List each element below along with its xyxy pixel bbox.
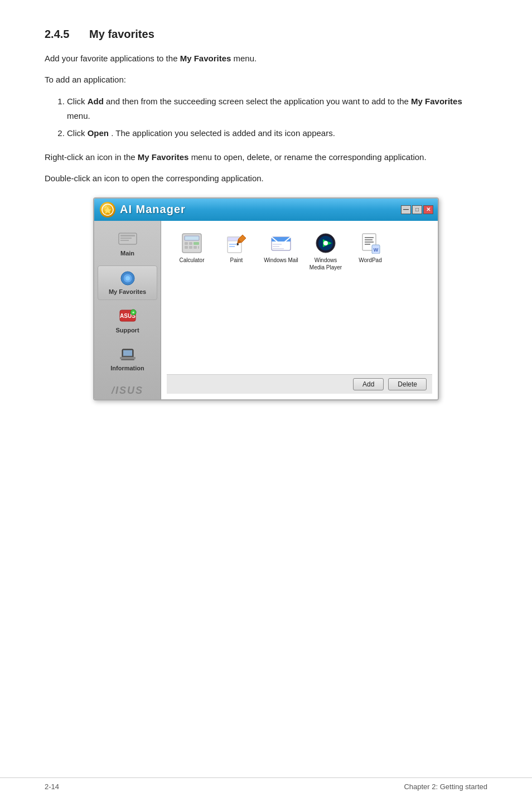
step2-bold: Open [88,128,109,138]
intro-bold: My Favorites [180,54,231,63]
section-number: 2.4.5 [45,28,69,40]
minimize-button[interactable]: — [401,205,411,214]
svg-rect-22 [189,246,192,249]
sidebar-main-label: Main [120,250,134,257]
svg-rect-34 [273,246,279,247]
window-body: Main My Favorites [94,221,438,399]
maximize-button[interactable]: □ [412,205,422,214]
step1-bold2: My Favorites [411,96,462,106]
doubleclick-para: Double-click an icon to open the corresp… [45,172,487,185]
paint-icon [225,232,248,254]
svg-rect-33 [273,244,282,245]
svg-rect-13 [123,350,132,356]
paint-label: Paint [230,257,243,264]
page-content: 2.4.5 My favorites Add your favorite app… [0,0,532,445]
rightclick-bold: My Favorites [138,152,189,162]
svg-rect-3 [120,238,132,239]
svg-rect-24 [198,246,199,249]
svg-rect-14 [120,357,136,359]
svg-rect-28 [229,244,237,245]
svg-point-7 [125,276,130,281]
ai-manager-window: AI Manager — □ ✕ [93,197,439,400]
svg-rect-43 [365,241,374,243]
svg-rect-44 [365,244,370,245]
svg-point-39 [323,241,328,245]
app-icon-windows-mail[interactable]: Windows Mail [262,232,301,271]
svg-rect-20 [194,242,199,245]
app-icons-grid: Calculator [167,226,432,374]
to-add-para: To add an application: [45,73,487,86]
footer-chapter: Chapter 2: Getting started [404,782,487,791]
window-bottom-bar: Add Delete [167,374,432,394]
sidebar-item-myfavorites[interactable]: My Favorites [98,265,157,300]
step-2: Click Open . The application you selecte… [67,126,487,141]
to-add-text: To add an application: [45,75,126,84]
doubleclick-text: Double-click an icon to open the corresp… [45,173,264,183]
rightclick-pre: Right-click an icon in the [45,152,136,162]
wordpad-icon: W [359,232,381,254]
sidebar-item-support[interactable]: ASUS + Support [98,305,157,338]
window-controls: — □ ✕ [401,205,433,214]
svg-rect-17 [185,236,199,240]
windows-media-player-icon [315,232,337,254]
steps-list: Click Add and then from the succeeding s… [67,94,487,141]
windows-mail-label: Windows Mail [264,257,298,264]
app-icon-windows-media-player[interactable]: WindowsMedia Player [306,232,345,271]
sidebar-myfavorites-label: My Favorites [109,288,146,295]
svg-rect-41 [365,237,374,238]
sidebar-information-label: Information [110,365,144,371]
step1-end: menu. [67,111,90,120]
intro-end: menu. [234,54,257,63]
wordpad-label: WordPad [359,257,382,264]
intro-paragraph: Add your favorite applications to the My… [45,52,487,65]
rightclick-end: menu to open, delete, or rename the corr… [191,152,427,162]
footer-page-number: 2-14 [45,782,59,791]
svg-rect-2 [120,235,135,236]
step2-pre: Click [67,128,85,138]
step1-pre: Click [67,96,85,106]
sidebar-item-information[interactable]: Information [98,342,157,376]
step1-mid: and then from the succeeding screen sele… [106,96,409,106]
svg-text:+: + [132,311,134,315]
delete-button[interactable]: Delete [388,378,427,390]
sidebar-information-icon [118,347,138,363]
window-title: AI Manager [120,203,186,216]
sidebar-myfavorites-icon [118,270,138,286]
calculator-label: Calculator [179,257,204,264]
step1-bold1: Add [88,96,104,106]
svg-rect-19 [189,242,192,245]
step2-end: . The application you selected is added … [111,128,335,138]
section-title: My favorites [89,28,154,40]
sidebar-asus-logo: /ISUS [94,379,161,400]
rightclick-para: Right-click an icon in the My Favorites … [45,151,487,164]
app-icon-calculator[interactable]: Calculator [172,232,211,271]
section-heading: 2.4.5 My favorites [45,28,487,41]
sidebar-main-icon [118,232,138,248]
main-content-area: Calculator [161,221,438,399]
intro-text: Add your favorite applications to the [45,54,177,63]
svg-rect-42 [365,239,373,240]
windows-mail-icon [270,232,292,254]
step-1: Click Add and then from the succeeding s… [67,94,487,123]
svg-text:W: W [374,247,379,253]
sidebar-item-main[interactable]: Main [98,228,157,261]
page-footer: 2-14 Chapter 2: Getting started [0,777,532,791]
add-button[interactable]: Add [353,378,384,390]
svg-rect-35 [273,248,284,249]
app-icon-paint[interactable]: Paint [217,232,256,271]
window-titlebar: AI Manager — □ ✕ [94,199,438,221]
svg-rect-21 [185,246,188,249]
sidebar-support-label: Support [115,327,139,334]
sidebar-support-icon: ASUS + [118,309,138,325]
windows-media-player-label: WindowsMedia Player [309,257,342,271]
window-logo-icon [100,202,115,218]
window-sidebar: Main My Favorites [94,221,161,399]
svg-rect-4 [120,240,129,241]
close-button[interactable]: ✕ [423,205,433,214]
asus-logo-text: /ISUS [112,385,143,397]
svg-rect-23 [194,246,197,249]
app-icon-wordpad[interactable]: W WordPad [351,232,390,271]
calculator-icon [181,232,203,254]
svg-rect-18 [185,242,188,245]
svg-rect-15 [121,359,134,360]
